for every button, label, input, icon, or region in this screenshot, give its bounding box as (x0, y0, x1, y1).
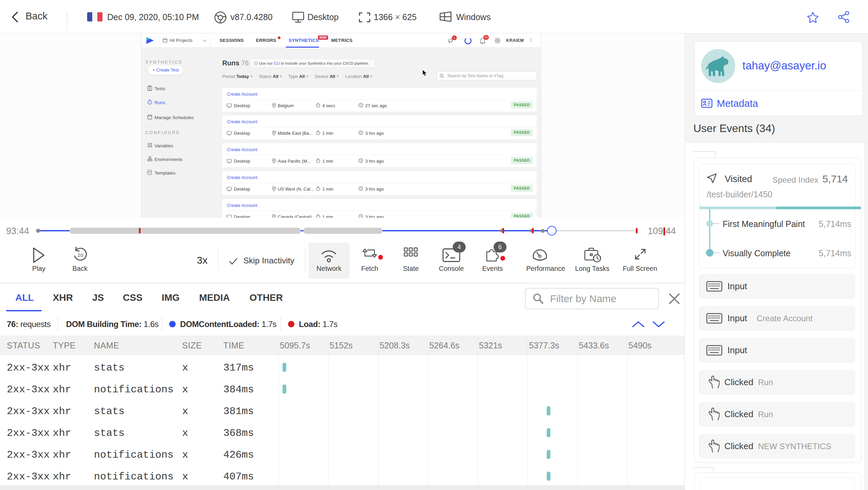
svg-text:10: 10 (77, 252, 83, 258)
